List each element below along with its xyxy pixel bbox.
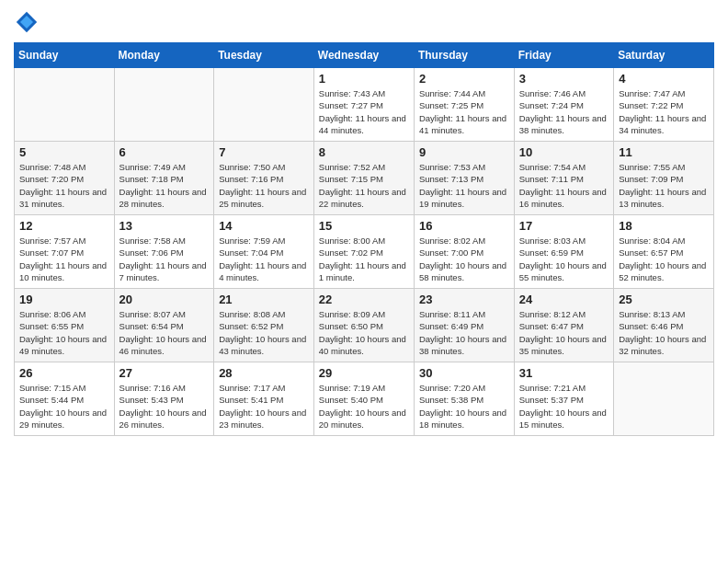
day-number: 21 xyxy=(219,293,309,306)
calendar-week-row: 1Sunrise: 7:43 AM Sunset: 7:27 PM Daylig… xyxy=(15,68,714,142)
day-number: 7 xyxy=(219,145,309,159)
day-info: Sunrise: 7:44 AM Sunset: 7:25 PM Dayligh… xyxy=(419,87,509,136)
day-number: 12 xyxy=(19,219,109,233)
calendar-day-cell: 1Sunrise: 7:43 AM Sunset: 7:27 PM Daylig… xyxy=(313,68,414,142)
day-info: Sunrise: 7:17 AM Sunset: 5:41 PM Dayligh… xyxy=(219,382,309,431)
day-info: Sunrise: 7:52 AM Sunset: 7:15 PM Dayligh… xyxy=(319,161,409,210)
calendar-day-cell: 30Sunrise: 7:20 AM Sunset: 5:38 PM Dayli… xyxy=(414,362,514,436)
day-number: 14 xyxy=(219,219,309,233)
day-number: 15 xyxy=(319,219,409,233)
day-number: 16 xyxy=(419,219,509,233)
day-info: Sunrise: 8:04 AM Sunset: 6:57 PM Dayligh… xyxy=(619,235,709,283)
day-number: 20 xyxy=(119,293,210,306)
day-info: Sunrise: 8:00 AM Sunset: 7:02 PM Dayligh… xyxy=(319,235,409,283)
day-info: Sunrise: 7:15 AM Sunset: 5:44 PM Dayligh… xyxy=(19,382,109,431)
calendar-day-cell: 17Sunrise: 8:03 AM Sunset: 6:59 PM Dayli… xyxy=(514,215,613,289)
day-number: 1 xyxy=(319,72,409,86)
day-info: Sunrise: 7:54 AM Sunset: 7:11 PM Dayligh… xyxy=(519,161,609,210)
day-number: 3 xyxy=(519,72,609,86)
day-info: Sunrise: 7:49 AM Sunset: 7:18 PM Dayligh… xyxy=(119,161,210,210)
calendar-day-cell xyxy=(614,362,714,436)
day-number: 4 xyxy=(619,72,709,86)
day-number: 9 xyxy=(419,145,509,159)
day-number: 17 xyxy=(519,219,609,233)
day-number: 28 xyxy=(219,366,309,380)
day-info: Sunrise: 7:48 AM Sunset: 7:20 PM Dayligh… xyxy=(19,161,109,210)
day-number: 25 xyxy=(619,293,709,306)
calendar-day-cell: 31Sunrise: 7:21 AM Sunset: 5:37 PM Dayli… xyxy=(514,362,613,436)
calendar-day-cell: 21Sunrise: 8:08 AM Sunset: 6:52 PM Dayli… xyxy=(214,289,314,362)
col-wednesday: Wednesday xyxy=(313,43,414,68)
calendar-day-cell: 12Sunrise: 7:57 AM Sunset: 7:07 PM Dayli… xyxy=(15,215,115,289)
day-number: 10 xyxy=(519,145,609,159)
calendar-day-cell: 11Sunrise: 7:55 AM Sunset: 7:09 PM Dayli… xyxy=(614,142,714,215)
calendar-week-row: 5Sunrise: 7:48 AM Sunset: 7:20 PM Daylig… xyxy=(15,142,714,215)
calendar-day-cell: 29Sunrise: 7:19 AM Sunset: 5:40 PM Dayli… xyxy=(313,362,414,436)
day-number: 29 xyxy=(319,366,409,380)
calendar-week-row: 26Sunrise: 7:15 AM Sunset: 5:44 PM Dayli… xyxy=(15,362,714,436)
day-info: Sunrise: 8:11 AM Sunset: 6:49 PM Dayligh… xyxy=(419,308,509,357)
page-header xyxy=(14,9,714,35)
calendar-day-cell: 28Sunrise: 7:17 AM Sunset: 5:41 PM Dayli… xyxy=(214,362,314,436)
day-number: 24 xyxy=(519,293,609,306)
calendar-day-cell: 25Sunrise: 8:13 AM Sunset: 6:46 PM Dayli… xyxy=(614,289,714,362)
calendar-day-cell: 23Sunrise: 8:11 AM Sunset: 6:49 PM Dayli… xyxy=(414,289,514,362)
col-thursday: Thursday xyxy=(414,43,514,68)
calendar-day-cell xyxy=(214,68,314,142)
day-number: 13 xyxy=(119,219,210,233)
calendar-table: Sunday Monday Tuesday Wednesday Thursday… xyxy=(14,42,714,436)
calendar-day-cell: 26Sunrise: 7:15 AM Sunset: 5:44 PM Dayli… xyxy=(15,362,115,436)
calendar-day-cell: 9Sunrise: 7:53 AM Sunset: 7:13 PM Daylig… xyxy=(414,142,514,215)
day-info: Sunrise: 8:06 AM Sunset: 6:55 PM Dayligh… xyxy=(19,308,109,357)
day-info: Sunrise: 8:08 AM Sunset: 6:52 PM Dayligh… xyxy=(219,308,309,357)
calendar-day-cell: 10Sunrise: 7:54 AM Sunset: 7:11 PM Dayli… xyxy=(514,142,613,215)
logo xyxy=(14,9,43,35)
calendar-day-cell xyxy=(114,68,214,142)
day-info: Sunrise: 7:47 AM Sunset: 7:22 PM Dayligh… xyxy=(619,87,709,136)
calendar-day-cell: 5Sunrise: 7:48 AM Sunset: 7:20 PM Daylig… xyxy=(15,142,115,215)
calendar-day-cell: 7Sunrise: 7:50 AM Sunset: 7:16 PM Daylig… xyxy=(214,142,314,215)
calendar-day-cell: 19Sunrise: 8:06 AM Sunset: 6:55 PM Dayli… xyxy=(15,289,115,362)
calendar-day-cell: 2Sunrise: 7:44 AM Sunset: 7:25 PM Daylig… xyxy=(414,68,514,142)
calendar-day-cell: 14Sunrise: 7:59 AM Sunset: 7:04 PM Dayli… xyxy=(214,215,314,289)
day-info: Sunrise: 7:19 AM Sunset: 5:40 PM Dayligh… xyxy=(319,382,409,431)
col-sunday: Sunday xyxy=(15,43,115,68)
calendar-day-cell: 4Sunrise: 7:47 AM Sunset: 7:22 PM Daylig… xyxy=(614,68,714,142)
day-number: 31 xyxy=(519,366,609,380)
day-info: Sunrise: 8:13 AM Sunset: 6:46 PM Dayligh… xyxy=(619,308,709,357)
day-info: Sunrise: 7:21 AM Sunset: 5:37 PM Dayligh… xyxy=(519,382,609,431)
day-info: Sunrise: 7:16 AM Sunset: 5:43 PM Dayligh… xyxy=(119,382,210,431)
day-number: 8 xyxy=(319,145,409,159)
day-info: Sunrise: 7:43 AM Sunset: 7:27 PM Dayligh… xyxy=(319,87,409,136)
day-number: 5 xyxy=(19,145,109,159)
day-number: 19 xyxy=(19,293,109,306)
day-number: 27 xyxy=(119,366,210,380)
day-info: Sunrise: 7:53 AM Sunset: 7:13 PM Dayligh… xyxy=(419,161,509,210)
day-number: 23 xyxy=(419,293,509,306)
day-info: Sunrise: 8:07 AM Sunset: 6:54 PM Dayligh… xyxy=(119,308,210,357)
col-saturday: Saturday xyxy=(614,43,714,68)
calendar-week-row: 19Sunrise: 8:06 AM Sunset: 6:55 PM Dayli… xyxy=(15,289,714,362)
logo-icon xyxy=(14,9,40,35)
day-number: 30 xyxy=(419,366,509,380)
calendar-day-cell: 18Sunrise: 8:04 AM Sunset: 6:57 PM Dayli… xyxy=(614,215,714,289)
calendar-day-cell: 8Sunrise: 7:52 AM Sunset: 7:15 PM Daylig… xyxy=(313,142,414,215)
day-info: Sunrise: 7:50 AM Sunset: 7:16 PM Dayligh… xyxy=(219,161,309,210)
day-info: Sunrise: 8:02 AM Sunset: 7:00 PM Dayligh… xyxy=(419,235,509,283)
day-number: 18 xyxy=(619,219,709,233)
day-info: Sunrise: 7:20 AM Sunset: 5:38 PM Dayligh… xyxy=(419,382,509,431)
day-info: Sunrise: 8:03 AM Sunset: 6:59 PM Dayligh… xyxy=(519,235,609,283)
col-tuesday: Tuesday xyxy=(214,43,314,68)
day-info: Sunrise: 7:58 AM Sunset: 7:06 PM Dayligh… xyxy=(119,235,210,283)
day-info: Sunrise: 7:57 AM Sunset: 7:07 PM Dayligh… xyxy=(19,235,109,283)
calendar-day-cell: 27Sunrise: 7:16 AM Sunset: 5:43 PM Dayli… xyxy=(114,362,214,436)
calendar-day-cell: 16Sunrise: 8:02 AM Sunset: 7:00 PM Dayli… xyxy=(414,215,514,289)
calendar-day-cell: 6Sunrise: 7:49 AM Sunset: 7:18 PM Daylig… xyxy=(114,142,214,215)
day-info: Sunrise: 7:59 AM Sunset: 7:04 PM Dayligh… xyxy=(219,235,309,283)
calendar-day-cell: 22Sunrise: 8:09 AM Sunset: 6:50 PM Dayli… xyxy=(313,289,414,362)
day-info: Sunrise: 7:46 AM Sunset: 7:24 PM Dayligh… xyxy=(519,87,609,136)
calendar-header-row: Sunday Monday Tuesday Wednesday Thursday… xyxy=(15,43,714,68)
col-monday: Monday xyxy=(114,43,214,68)
col-friday: Friday xyxy=(514,43,613,68)
day-info: Sunrise: 7:55 AM Sunset: 7:09 PM Dayligh… xyxy=(619,161,709,210)
